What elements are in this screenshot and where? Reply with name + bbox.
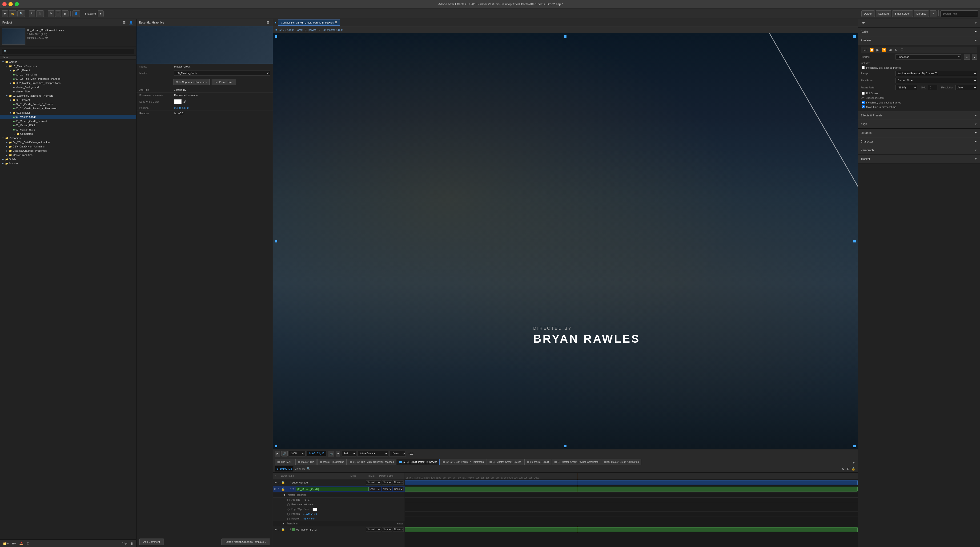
add-select-3[interactable]: None xyxy=(382,528,392,532)
tree-item-master-bg[interactable]: ■ Master_Background xyxy=(0,85,136,89)
preview-play-btn[interactable]: ▶ xyxy=(875,48,880,52)
project-settings-btn[interactable]: ⚙ xyxy=(25,541,30,546)
resolution-select[interactable]: Auto xyxy=(955,85,977,90)
search-input[interactable] xyxy=(940,10,978,17)
timeline-tab-02-01-credit[interactable]: 02_01_Credit_Parent_B_Rawles xyxy=(397,459,440,465)
zoom-select[interactable]: 100% xyxy=(289,451,305,457)
info-section-header[interactable]: Info ▼ xyxy=(858,19,980,27)
shortcut-headphones-btn[interactable]: 🎧 xyxy=(964,54,970,60)
tree-item-solids[interactable]: ► 📁 Solids xyxy=(0,157,136,161)
parent-select-2[interactable]: None xyxy=(393,487,404,491)
eg-menu-icon[interactable]: ☰ xyxy=(266,20,270,25)
quality-select[interactable]: Full xyxy=(342,451,356,457)
zoom-tool[interactable]: 🔍 xyxy=(18,10,25,17)
timeline-tab-title-main[interactable]: Title_MAIN xyxy=(275,459,295,465)
playhead[interactable] xyxy=(577,473,578,479)
eyedropper-icon[interactable]: 🖌 xyxy=(183,100,186,103)
tl-settings-btn[interactable]: ⚙ xyxy=(842,466,845,471)
eg-add-comment-btn[interactable]: Add Comment xyxy=(139,539,164,545)
mode-select-3[interactable]: Normal xyxy=(366,528,381,532)
eg-master-select[interactable]: 00_Master_Credit xyxy=(174,71,270,76)
workspace-libraries[interactable]: Libraries xyxy=(914,10,929,17)
tree-item-02-master-bg1[interactable]: ■ 02_Master_BG 1 xyxy=(0,123,136,127)
close-button[interactable] xyxy=(2,2,6,6)
eye-icon-3[interactable]: 👁 xyxy=(274,528,277,531)
preview-loop-btn[interactable]: ↻ xyxy=(894,48,899,52)
tl-lock-btn[interactable]: 🔒 xyxy=(851,466,856,471)
comp-tab-close[interactable]: ☰ xyxy=(335,21,337,24)
tree-item-01masterprops[interactable]: ▼ 📁 01_MasterProperties xyxy=(0,64,136,68)
job-title-diamond-btn[interactable]: ◆ xyxy=(308,498,310,502)
character-section-header[interactable]: Character ▼ xyxy=(858,137,980,146)
tree-item-master-title[interactable]: ■ Master_Title xyxy=(0,89,136,94)
tree-item-title-main[interactable]: ■ 01_01_Title_MAIN xyxy=(0,73,136,77)
effects-presets-header[interactable]: Effects & Presets ▼ xyxy=(858,111,980,120)
brush-tool[interactable]: ▩ xyxy=(62,10,68,17)
eye-icon-2[interactable]: 👁 xyxy=(274,488,277,491)
snapshot-btn[interactable]: 📷 xyxy=(328,451,334,457)
tree-item-01-master-revised[interactable]: ■ 01_Master_Credit_Revised xyxy=(0,119,136,123)
tracker-section-header[interactable]: Tracker ▼ xyxy=(858,155,980,163)
timeline-tab-master-bg[interactable]: Master_Background xyxy=(317,459,347,465)
eg-solo-btn[interactable]: Solo Supported Properties xyxy=(173,79,210,85)
preview-play-btn[interactable]: ▶ xyxy=(275,451,280,457)
tree-item-02-master-bg2[interactable]: ■ 02_Master_BG 2 xyxy=(0,127,136,132)
shortcut-select[interactable]: Spacebar xyxy=(896,54,961,60)
pen-tool[interactable]: ✎ xyxy=(48,10,54,17)
tree-item-title-changed[interactable]: ■ 01_02_Title_Main_properties_changed xyxy=(0,77,136,81)
play-from-select[interactable]: Current Time xyxy=(896,78,977,83)
breadcrumb-child[interactable]: 00_Master_Credit xyxy=(323,29,343,31)
project-person-icon[interactable]: 👤 xyxy=(128,20,134,25)
import-btn[interactable]: 📥 xyxy=(18,541,24,546)
tl-solo-btn[interactable]: S xyxy=(846,466,850,471)
selection-tool[interactable]: ▶ xyxy=(2,10,8,17)
timeline-tab-00-master-completed[interactable]: 00_Master_Credit_Completed xyxy=(601,459,641,465)
preview-prev-btn[interactable]: ⏪ xyxy=(869,48,875,52)
expand-icon-2[interactable]: ▼ xyxy=(291,487,295,491)
solo-icon-2[interactable]: ○ xyxy=(277,487,280,491)
workspace-default[interactable]: Default xyxy=(861,10,875,17)
project-search-input[interactable] xyxy=(2,48,134,54)
hand-tool[interactable]: ✍ xyxy=(9,10,16,17)
add-select-2[interactable]: None xyxy=(382,487,392,491)
tree-item-02-01-credit[interactable]: ■ 02_01_Credit_Parent_B_Rawles xyxy=(0,102,136,106)
mode-select-1[interactable]: Normal xyxy=(366,480,381,485)
tree-item-csv[interactable]: ► 📁 CSV_DataDriven_Animation xyxy=(0,144,136,149)
puppet-tool[interactable]: 👤 xyxy=(73,10,80,17)
comp-tab-active[interactable]: Composition 02_01_Credit_Parent_B_Rawles… xyxy=(278,19,340,25)
preview-section-header[interactable]: Preview ▼ xyxy=(858,36,980,45)
workspace-small-screen[interactable]: Small Screen xyxy=(892,10,913,17)
solo-icon-3[interactable]: ○ xyxy=(277,527,280,532)
view-select[interactable]: 1 View xyxy=(389,451,406,457)
timeline-tab-02-02-credit[interactable]: 02_02_Credit_Parent_K_Thiermann xyxy=(440,459,487,465)
timeline-tab-expand-btn[interactable]: » xyxy=(852,460,856,465)
tree-item-00-master-credit[interactable]: ■ 00_Master_Credit xyxy=(0,115,136,119)
play-cached-checkbox[interactable] xyxy=(862,101,865,104)
skip-input[interactable] xyxy=(928,85,937,90)
preview-audio-btn[interactable]: 🔊 xyxy=(282,451,288,457)
breadcrumb-root[interactable]: 02_01_Credit_Parent_B_Rawles xyxy=(278,29,316,31)
eye-icon-1[interactable]: 👁 xyxy=(274,481,277,484)
timeline-tab-01-02-changed[interactable]: 01_02_Title_Main_properties_changed xyxy=(347,459,396,465)
audio-section-header[interactable]: Audio ▼ xyxy=(858,27,980,36)
tree-item-002master[interactable]: ▼ 📁 002_Master xyxy=(0,111,136,115)
range-select[interactable]: Work Area Extended By Current T... xyxy=(896,71,977,76)
cache-checkbox[interactable] xyxy=(862,66,865,69)
snapping-toggle[interactable]: ■ xyxy=(98,10,103,17)
tree-item-04csv[interactable]: ► 📁 04_CSV_DataDriven_Animation xyxy=(0,140,136,144)
eg-export-btn[interactable]: Export Motion Graphics Template... xyxy=(221,539,270,545)
lock-icon-1[interactable]: 🔒 xyxy=(281,480,285,485)
preview-next-btn[interactable]: ⏩ xyxy=(881,48,887,52)
delete-btn[interactable]: 🗑 xyxy=(129,541,134,546)
move-time-checkbox[interactable] xyxy=(862,105,865,108)
tree-item-001parent[interactable]: ▼ 📁 001_Parent xyxy=(0,68,136,73)
tree-item-002masterprops[interactable]: ▼ 📁 002_Master_Properties_Compositions xyxy=(0,81,136,85)
new-comp-btn[interactable]: ■+ xyxy=(11,541,17,546)
eg-poster-btn[interactable]: Set Poster Time xyxy=(212,79,236,85)
tree-item-precomps[interactable]: ▼ 📁 Precomps xyxy=(0,136,136,140)
parent-select-3[interactable]: None xyxy=(393,528,404,532)
add-select-1[interactable]: None xyxy=(382,480,392,485)
new-folder-btn[interactable]: 📁+ xyxy=(2,541,10,546)
timeline-tab-00-master-credit[interactable]: 00_Master_Credit xyxy=(524,459,551,465)
solo-icon-1[interactable]: ○ xyxy=(277,480,280,485)
